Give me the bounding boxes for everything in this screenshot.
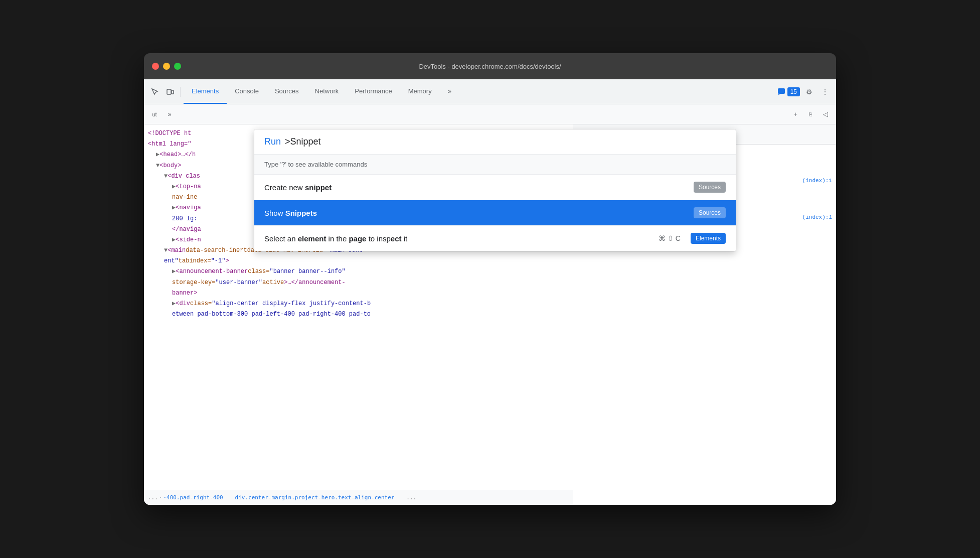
html-line-announcement-3: banner> [144,288,573,299]
secondary-toolbar: ut » + ⎘ ◁ [144,104,836,124]
svg-rect-0 [167,89,171,94]
arrow-down-icon[interactable]: ▼ [156,161,159,171]
command-palette-hint: Type '?' to see available commands [254,155,736,175]
arrow-right-icon-3[interactable]: ▶ [172,203,176,213]
inspect-element-button[interactable] [148,85,162,99]
chevron-right-button[interactable]: » [163,108,176,121]
command-result-show-snippets[interactable]: Show Snippets Sources [254,200,736,226]
html-line-div2-1: ▶ <div class= "align-center display-flex… [144,299,573,309]
toolbar-divider [180,87,181,97]
command-result-source-1: Sources [694,182,726,193]
arrow-right-icon[interactable]: ▶ [156,150,159,160]
toggle-element-state-button[interactable]: ⎘ [804,108,817,121]
arrow-right-icon-5[interactable]: ▶ [172,267,176,276]
notification-area: 15 [777,87,800,96]
html-line-div2-2: etween pad-bottom-300 pad-left-400 pad-r… [144,309,573,320]
maximize-button[interactable] [174,63,181,70]
tab-performance[interactable]: Performance [347,79,400,104]
minimize-button[interactable] [163,63,170,70]
command-result-select-element[interactable]: Select an element in the page to inspect… [254,226,736,251]
run-label: Run [264,136,281,147]
arrow-right-icon-4[interactable]: ▶ [172,235,176,245]
traffic-lights [152,63,181,70]
command-result-source-2: Sources [694,207,726,218]
title-bar: DevTools - developer.chrome.com/docs/dev… [144,53,836,79]
main-toolbar: Elements Console Sources Network Perform… [144,79,836,104]
settings-button[interactable]: ⚙ [802,85,816,99]
command-result-source-3: Elements [691,233,726,244]
arrow-right-icon-6[interactable]: ▶ [172,299,176,309]
tab-console[interactable]: Console [227,79,267,104]
command-palette-input-row: Run >Snippet [254,129,736,155]
command-result-text-1: Create new snippet [264,183,332,192]
main-content: <!DOCTYPE ht <html lang=" ▶ <head>…</h ▼… [144,124,836,505]
tab-more[interactable]: » [440,79,459,104]
devtools-window: DevTools - developer.chrome.com/docs/dev… [144,53,836,505]
arrow-right-icon-2[interactable]: ▶ [172,182,176,192]
command-palette-results: Create new snippet Sources Show Snippets… [254,175,736,251]
html-line-announcement-2: storage-key= "user-banner" active >…</an… [144,277,573,288]
tab-elements[interactable]: Elements [184,79,227,104]
tab-sources[interactable]: Sources [267,79,307,104]
command-input-text[interactable]: >Snippet [285,136,321,147]
command-result-text-3: Select an element in the page to inspect… [264,234,407,243]
node-screenshot-button[interactable]: ut [148,108,161,121]
device-toolbar-button[interactable] [163,85,177,99]
tab-memory[interactable]: Memory [400,79,440,104]
notification-badge: 15 [787,87,800,96]
breadcrumb-bar: ... · ·400.pad-right-400 div.center-marg… [144,490,573,505]
close-button[interactable] [152,63,159,70]
tab-bar: Elements Console Sources Network Perform… [184,79,459,104]
command-palette[interactable]: Run >Snippet Type '?' to see available c… [254,129,736,251]
window-title: DevTools - developer.chrome.com/docs/dev… [419,63,561,70]
tab-network[interactable]: Network [307,79,347,104]
svg-rect-2 [778,88,785,94]
command-shortcut-3: ⌘ ⇧ C [659,234,681,242]
command-result-create-snippet[interactable]: Create new snippet Sources [254,175,736,200]
html-line-announcement-1: ▶ <announcement-banner class= "banner ba… [144,266,573,277]
breadcrumb-item-1[interactable]: ·400.pad-right-400 [164,494,223,501]
add-style-button[interactable]: + [789,108,802,121]
chat-icon [777,88,785,96]
svg-rect-1 [172,90,174,94]
breadcrumb-item-2[interactable]: div.center-margin.project-hero.text-alig… [235,494,395,501]
more-menu-button[interactable]: ⋮ [818,85,832,99]
arrow-down-icon-2[interactable]: ▼ [164,172,168,181]
toggle-sidebar-button[interactable]: ◁ [819,108,832,121]
toolbar-right: 15 ⚙ ⋮ [777,85,832,99]
html-line-main-2: ent" tabindex= "-1" > [144,256,573,266]
devtools-container: Elements Console Sources Network Perform… [144,79,836,505]
command-result-text-2: Show Snippets [264,209,317,217]
arrow-down-icon-3[interactable]: ▼ [164,246,168,255]
